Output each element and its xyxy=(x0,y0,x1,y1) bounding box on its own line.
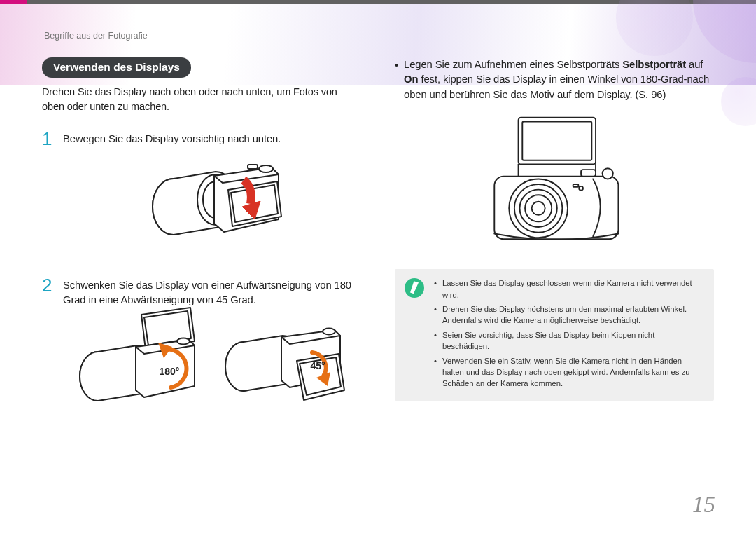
text-fragment: auf xyxy=(686,59,703,70)
svg-point-17 xyxy=(509,179,568,238)
top-bar-accent xyxy=(0,0,27,4)
svg-point-4 xyxy=(259,165,273,172)
svg-rect-12 xyxy=(519,118,596,165)
text-fragment: fest, kippen Sie das Display in einen Wi… xyxy=(404,74,709,99)
camera-iso-180-up-icon: 180° xyxy=(66,312,199,431)
step-1: 1 Bewegen Sie das Display vorsichtig nac… xyxy=(42,132,361,148)
camera-iso-45-down-icon: 45° xyxy=(211,312,344,431)
step-2: 2 Schwenken Sie das Display von einer Au… xyxy=(42,278,361,308)
step-text: Schwenken Sie das Display von einer Aufw… xyxy=(63,278,361,308)
note-list: •Lassen Sie das Display geschlossen wenn… xyxy=(434,277,703,392)
section-heading: Verwenden des Displays xyxy=(42,57,191,78)
text-fragment: Legen Sie zum Aufnehmen eines Selbstport… xyxy=(404,59,622,70)
angle-45-label: 45° xyxy=(310,360,325,371)
note-item: Seien Sie vorsichtig, dass Sie das Displ… xyxy=(442,329,703,352)
step-number: 1 xyxy=(42,130,53,148)
left-column: Verwenden des Displays Drehen Sie das Di… xyxy=(42,57,361,431)
right-column: • Legen Sie zum Aufnehmen eines Selbstpo… xyxy=(395,57,714,431)
svg-point-23 xyxy=(603,169,613,179)
svg-point-10 xyxy=(323,329,335,335)
svg-rect-5 xyxy=(248,165,258,169)
note-item: Verwenden Sie ein Stativ, wenn Sie die K… xyxy=(442,355,703,390)
note-box: •Lassen Sie das Display geschlossen wenn… xyxy=(395,269,714,400)
camera-iso-tilt-down-icon xyxy=(132,152,286,264)
step-number: 2 xyxy=(42,276,53,294)
note-item: Drehen Sie das Display höchstens um den … xyxy=(442,303,703,327)
top-bar xyxy=(0,0,756,4)
page-number: 15 xyxy=(692,492,715,518)
angle-180-label: 180° xyxy=(160,366,180,377)
step-text: Bewegen Sie das Display vorsichtig nach … xyxy=(63,132,281,146)
bold-on: On xyxy=(404,74,418,85)
note-pen-icon xyxy=(405,278,424,298)
svg-point-7 xyxy=(177,338,190,345)
svg-rect-22 xyxy=(581,170,596,177)
camera-front-selfie-icon xyxy=(481,115,628,255)
intro-text: Drehen Sie das Display nach oben oder na… xyxy=(42,85,361,114)
selfie-instruction: • Legen Sie zum Aufnehmen eines Selbstpo… xyxy=(395,57,714,102)
illustration-step-2: 180° 45° xyxy=(42,312,361,410)
bold-selbstportrat: Selbstporträt xyxy=(622,59,686,70)
breadcrumb: Begriffe aus der Fotografie xyxy=(44,31,148,41)
note-item: Lassen Sie das Display geschlossen wenn … xyxy=(442,277,703,301)
illustration-step-1 xyxy=(42,152,361,257)
